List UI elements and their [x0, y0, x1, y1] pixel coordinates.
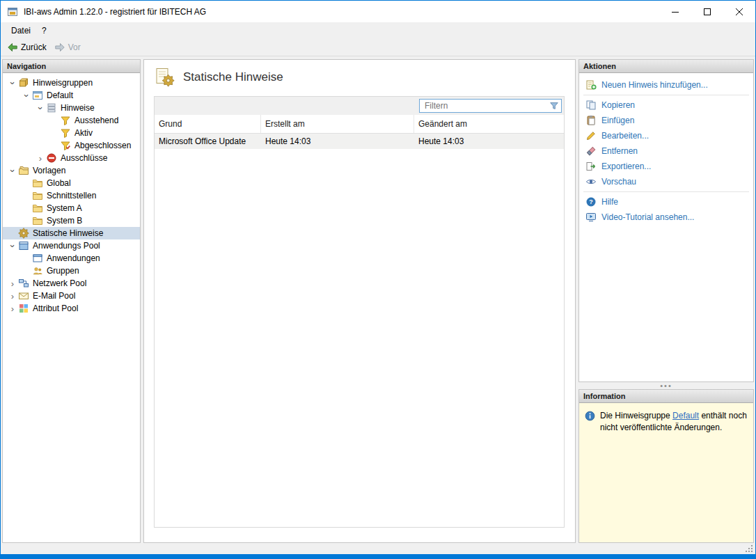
menu-datei[interactable]: Datei: [6, 24, 36, 38]
actions-info-splitter[interactable]: •••: [578, 382, 754, 389]
actions-list: Neuen Hinweis hinzufügen... Kopieren Ein…: [579, 73, 753, 225]
toolbar: Zurück Vor: [1, 38, 755, 56]
tree-item-email-pool[interactable]: E-Mail Pool: [3, 290, 140, 302]
tree-item-vorlagen[interactable]: Vorlagen: [3, 164, 140, 177]
navigation-header: Navigation: [3, 60, 140, 73]
minimize-button[interactable]: [659, 1, 691, 22]
cell-grund: Microsoft Office Update: [155, 134, 261, 149]
chevron-placeholder: [21, 179, 32, 187]
action-label: Entfernen: [601, 146, 638, 156]
tree-item-attribut-pool[interactable]: Attribut Pool: [3, 302, 140, 315]
window-controls: [659, 1, 755, 22]
templates-icon: [18, 165, 29, 176]
chevron-placeholder: [21, 254, 32, 262]
folder-icon: [32, 190, 43, 201]
forward-button[interactable]: Vor: [52, 40, 86, 54]
filter-funnel-icon[interactable]: [549, 101, 559, 111]
tree-item-label: Vorlagen: [33, 166, 65, 175]
tree-item-schnittstellen[interactable]: Schnittstellen: [3, 189, 140, 202]
add-hint-action[interactable]: Neuen Hinweis hinzufügen...: [579, 77, 753, 93]
tree-item-system-b[interactable]: System B: [3, 214, 140, 227]
chevron-right-icon[interactable]: [7, 292, 18, 301]
chevron-placeholder: [21, 267, 32, 275]
back-label: Zurück: [21, 42, 47, 52]
table-row[interactable]: Microsoft Office Update Heute 14:03 Heut…: [155, 134, 564, 149]
eraser-icon: [585, 145, 597, 157]
tree-item-label: E-Mail Pool: [33, 291, 75, 301]
tree-item-label: Abgeschlossen: [74, 141, 131, 150]
network-pool-icon: [18, 278, 29, 289]
paste-action[interactable]: Einfügen: [579, 113, 753, 128]
edit-action[interactable]: Bearbeiten...: [579, 128, 753, 143]
column-header-erstellt-am[interactable]: Erstellt am: [261, 115, 414, 133]
information-header: Information: [579, 390, 753, 403]
paste-icon: [585, 115, 597, 126]
hint-groups-icon: [18, 77, 29, 88]
chevron-down-icon[interactable]: [7, 242, 18, 251]
tree-item-label: Aktiv: [74, 128, 93, 138]
tree-item-gruppen[interactable]: Gruppen: [3, 265, 140, 277]
video-tutorial-action[interactable]: Video-Tutorial ansehen...: [579, 210, 753, 225]
workspace: Navigation Hinweisgruppen Default Hinwei…: [1, 56, 755, 543]
tree-item-netzwerk-pool[interactable]: Netzwerk Pool: [3, 277, 140, 290]
chevron-right-icon[interactable]: [35, 154, 46, 163]
chevron-right-icon[interactable]: [7, 279, 18, 288]
action-label: Hilfe: [601, 197, 618, 207]
remove-action[interactable]: Entfernen: [579, 143, 753, 159]
tree-item-aktiv[interactable]: Aktiv: [3, 127, 140, 139]
resize-grip[interactable]: [745, 544, 753, 553]
chevron-down-icon[interactable]: [7, 166, 18, 175]
info-text-prefix: Die Hinweisgruppe: [600, 411, 672, 420]
chevron-down-icon[interactable]: [21, 91, 32, 100]
attribute-pool-icon: [18, 303, 29, 314]
action-label: Exportieren...: [601, 162, 651, 171]
new-hint-icon: [585, 79, 597, 90]
tree-item-default[interactable]: Default: [3, 89, 140, 102]
chevron-right-icon[interactable]: [7, 304, 18, 313]
back-button[interactable]: Zurück: [4, 40, 52, 54]
filter-input[interactable]: [419, 99, 562, 113]
tree-item-label: Default: [47, 90, 73, 100]
tree-item-label: Global: [47, 178, 71, 188]
column-header-geaendert-am[interactable]: Geändert am: [414, 115, 564, 133]
filter-icon: [60, 127, 71, 139]
tree-item-ausstehend[interactable]: Ausstehend: [3, 114, 140, 127]
video-icon: [585, 212, 597, 223]
tree-item-abgeschlossen[interactable]: Abgeschlossen: [3, 139, 140, 152]
close-button[interactable]: [723, 1, 755, 22]
tree-item-statische-hinweise[interactable]: Statische Hinweise: [3, 227, 140, 239]
export-action[interactable]: Exportieren...: [579, 159, 753, 174]
help-action[interactable]: ? Hilfe: [579, 194, 753, 210]
chevron-placeholder: [7, 229, 18, 237]
tree-item-global[interactable]: Global: [3, 177, 140, 189]
cell-erstellt-am: Heute 14:03: [261, 134, 414, 149]
chevron-down-icon[interactable]: [35, 104, 46, 113]
main-header: Statische Hinweise: [144, 60, 575, 88]
folder-icon: [32, 203, 43, 214]
tree-item-system-a[interactable]: System A: [3, 202, 140, 214]
tree-item-anwendungs-pool[interactable]: Anwendungs Pool: [3, 239, 140, 252]
menu-help[interactable]: ?: [36, 24, 52, 38]
chevron-down-icon[interactable]: [7, 79, 18, 88]
mail-pool-icon: [18, 290, 29, 301]
filter-bar: [155, 97, 564, 115]
tree-item-hinweisgruppen[interactable]: Hinweisgruppen: [3, 77, 140, 89]
navigation-tree: Hinweisgruppen Default Hinweise Ausstehe…: [3, 73, 140, 315]
tree-item-ausschluesse[interactable]: Ausschlüsse: [3, 152, 140, 164]
preview-action[interactable]: Vorschau: [579, 174, 753, 189]
tree-item-anwendungen[interactable]: Anwendungen: [3, 252, 140, 265]
copy-action[interactable]: Kopieren: [579, 97, 753, 113]
maximize-button[interactable]: [691, 1, 723, 22]
right-column: Aktionen Neuen Hinweis hinzufügen... Kop…: [578, 59, 754, 543]
default-group-link[interactable]: Default: [672, 411, 699, 420]
tree-item-hinweise[interactable]: Hinweise: [3, 102, 140, 114]
export-icon: [585, 161, 597, 172]
column-header-grund[interactable]: Grund: [155, 115, 261, 133]
forward-label: Vor: [68, 42, 81, 52]
chevron-placeholder: [49, 129, 60, 137]
tree-item-label: Gruppen: [47, 266, 79, 276]
info-icon: [585, 411, 595, 434]
hints-list-control: Grund Erstellt am Geändert am Microsoft …: [154, 96, 565, 528]
static-hints-header-icon: [155, 67, 175, 88]
hint-group-icon: [32, 90, 43, 101]
